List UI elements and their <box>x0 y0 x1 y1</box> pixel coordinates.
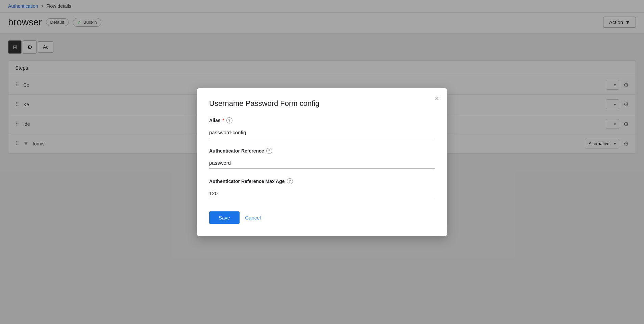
alias-field: Alias * ? <box>209 117 435 138</box>
save-button[interactable]: Save <box>209 211 240 224</box>
modal-title: Username Password Form config <box>209 99 435 108</box>
modal-close-button[interactable]: × <box>435 95 439 102</box>
modal-dialog: Username Password Form config × Alias * … <box>197 88 447 236</box>
modal-actions: Save Cancel <box>209 211 435 224</box>
auth-ref-maxage-label-text: Authenticator Reference Max Age <box>209 179 285 184</box>
alias-input[interactable] <box>209 127 435 138</box>
auth-ref-maxage-field: Authenticator Reference Max Age ? <box>209 178 435 199</box>
alias-required-star: * <box>222 118 224 123</box>
cancel-button[interactable]: Cancel <box>245 215 261 221</box>
alias-label: Alias * ? <box>209 117 435 123</box>
auth-ref-field: Authenticator Reference ? <box>209 148 435 169</box>
auth-ref-label-text: Authenticator Reference <box>209 148 264 154</box>
auth-ref-input[interactable] <box>209 157 435 169</box>
auth-ref-maxage-help-icon[interactable]: ? <box>287 178 293 184</box>
alias-label-text: Alias <box>209 118 220 123</box>
auth-ref-maxage-input[interactable] <box>209 188 435 199</box>
page-background: Authentication > Flow details browser De… <box>0 0 644 324</box>
auth-ref-maxage-label: Authenticator Reference Max Age ? <box>209 178 435 184</box>
auth-ref-label: Authenticator Reference ? <box>209 148 435 154</box>
auth-ref-help-icon[interactable]: ? <box>266 148 272 154</box>
modal-backdrop: Username Password Form config × Alias * … <box>0 0 644 324</box>
alias-help-icon[interactable]: ? <box>226 117 232 123</box>
